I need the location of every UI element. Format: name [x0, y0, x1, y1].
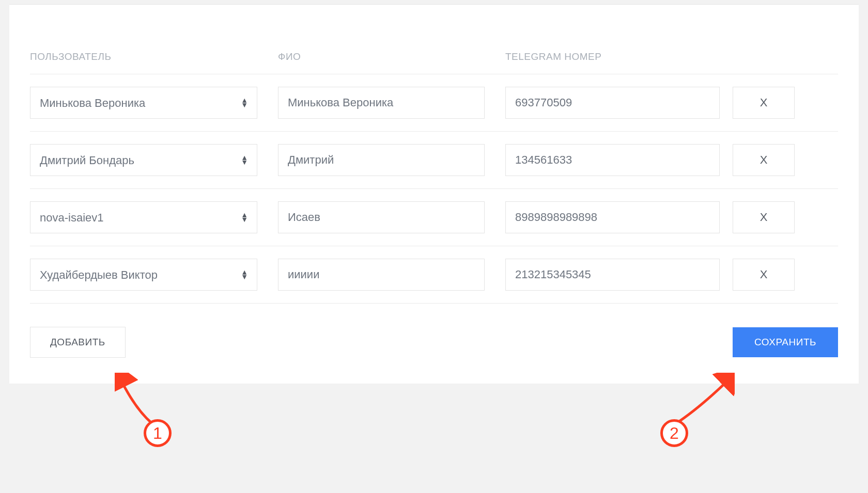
- user-select[interactable]: nova-isaiev1: [30, 201, 257, 233]
- annotation-badge: 2: [660, 419, 688, 447]
- table-row: Минькова Вероника ▲▼ X: [30, 74, 838, 132]
- telegram-input[interactable]: [505, 87, 720, 119]
- delete-button[interactable]: X: [733, 259, 795, 291]
- user-select[interactable]: Минькова Вероника: [30, 87, 257, 119]
- annotation-badge: 1: [144, 419, 172, 447]
- delete-button[interactable]: X: [733, 87, 795, 119]
- save-button[interactable]: СОХРАНИТЬ: [733, 327, 838, 357]
- table-row: Худайбердыев Виктор ▲▼ X: [30, 246, 838, 304]
- user-select[interactable]: Худайбердыев Виктор: [30, 259, 257, 291]
- table-row: Дмитрий Бондарь ▲▼ X: [30, 132, 838, 189]
- header-telegram-label: TELEGRAM НОМЕР: [505, 51, 601, 62]
- user-table-card: ПОЛЬЗОВАТЕЛЬ ФИО TELEGRAM НОМЕР Минькова…: [9, 4, 859, 384]
- user-select[interactable]: Дмитрий Бондарь: [30, 144, 257, 176]
- table-header-row: ПОЛЬЗОВАТЕЛЬ ФИО TELEGRAM НОМЕР: [30, 51, 838, 74]
- delete-button[interactable]: X: [733, 201, 795, 233]
- telegram-input[interactable]: [505, 259, 720, 291]
- fio-input[interactable]: [278, 144, 485, 176]
- telegram-input[interactable]: [505, 201, 720, 233]
- telegram-input[interactable]: [505, 144, 720, 176]
- table-row: nova-isaiev1 ▲▼ X: [30, 189, 838, 246]
- fio-input[interactable]: [278, 259, 485, 291]
- fio-input[interactable]: [278, 87, 485, 119]
- header-fio-label: ФИО: [278, 51, 301, 62]
- fio-input[interactable]: [278, 201, 485, 233]
- header-user-label: ПОЛЬЗОВАТЕЛЬ: [30, 51, 111, 62]
- action-bar: ДОБАВИТЬ СОХРАНИТЬ: [30, 304, 838, 358]
- add-button[interactable]: ДОБАВИТЬ: [30, 327, 126, 358]
- delete-button[interactable]: X: [733, 144, 795, 176]
